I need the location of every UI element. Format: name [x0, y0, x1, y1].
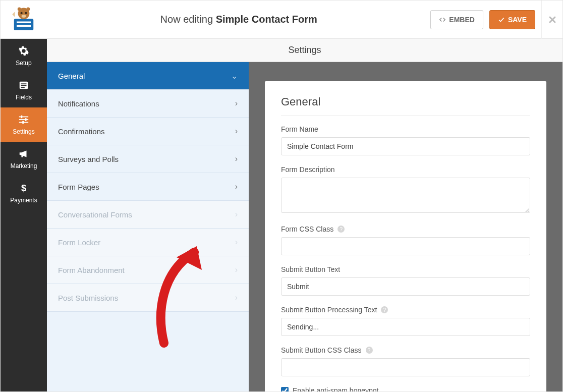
dollar-icon: $	[18, 183, 29, 194]
nav-label: Payments	[10, 197, 37, 204]
canvas: General Form Name Form Description	[249, 62, 562, 391]
field-honeypot: Enable anti-spam honeypot	[281, 386, 530, 391]
help-icon[interactable]: ?	[381, 306, 388, 313]
chevron-right-icon: ›	[235, 238, 238, 247]
settings-item-label: Conversational Forms	[58, 210, 132, 219]
chevron-right-icon: ›	[235, 293, 238, 302]
general-card: General Form Name Form Description	[265, 81, 546, 391]
svg-rect-12	[21, 87, 25, 88]
svg-rect-10	[21, 83, 27, 84]
svg-rect-13	[19, 117, 28, 118]
settings-item-form-pages[interactable]: Form Pages ›	[47, 173, 249, 201]
honeypot-checkbox[interactable]	[281, 387, 289, 392]
settings-item-surveys[interactable]: Surveys and Polls ›	[47, 145, 249, 173]
settings-item-confirmations[interactable]: Confirmations ›	[47, 118, 249, 145]
content-title: Settings	[288, 45, 321, 55]
field-form-description: Form Description	[281, 165, 530, 215]
chevron-right-icon: ›	[235, 265, 238, 274]
nav-item-fields[interactable]: Fields	[1, 73, 47, 107]
chevron-right-icon: ›	[235, 210, 238, 219]
settings-item-label: Surveys and Polls	[58, 155, 119, 163]
close-button[interactable]	[541, 1, 562, 39]
settings-item-label: Form Locker	[58, 238, 100, 247]
header-title: Now editing Simple Contact Form	[47, 14, 430, 25]
form-name-label: Form Name	[281, 125, 530, 133]
svg-point-8	[26, 7, 30, 11]
card-heading: General	[281, 95, 530, 108]
list-icon	[18, 80, 29, 91]
honeypot-label: Enable anti-spam honeypot	[293, 386, 378, 391]
svg-point-7	[18, 7, 21, 11]
svg-rect-0	[14, 19, 34, 30]
app-window: Now editing Simple Contact Form EMBED SA…	[0, 0, 563, 392]
chevron-right-icon: ›	[235, 99, 238, 108]
nav-label: Settings	[13, 128, 34, 135]
nav-label: Setup	[16, 60, 31, 67]
settings-item-abandonment[interactable]: Form Abandonment ›	[47, 256, 249, 284]
nav-item-marketing[interactable]: Marketing	[1, 142, 47, 176]
submit-css-label: Submit Button CSS Class	[281, 346, 362, 354]
help-icon[interactable]: ?	[366, 347, 373, 354]
svg-rect-14	[19, 119, 28, 120]
css-class-label: Form CSS Class	[281, 225, 333, 233]
field-submit-css: Submit Button CSS Class ?	[281, 346, 530, 376]
content-body: General ⌄ Notifications › Confirmations …	[47, 62, 562, 391]
svg-point-5	[25, 12, 27, 14]
settings-item-label: Notifications	[58, 99, 99, 108]
nav-item-payments[interactable]: $ Payments	[1, 176, 47, 210]
css-class-input[interactable]	[281, 237, 530, 255]
chevron-right-icon: ›	[235, 127, 238, 136]
settings-item-label: Form Abandonment	[58, 266, 125, 274]
submit-processing-input[interactable]	[281, 318, 530, 336]
svg-rect-18	[22, 121, 24, 124]
settings-item-conversational[interactable]: Conversational Forms ›	[47, 201, 249, 229]
form-desc-label: Form Description	[281, 165, 530, 174]
svg-rect-17	[25, 118, 27, 121]
form-title: Simple Contact Form	[216, 14, 317, 25]
embed-button[interactable]: EMBED	[430, 10, 483, 29]
settings-item-post-submissions[interactable]: Post Submissions ›	[47, 284, 249, 312]
nav-label: Marketing	[11, 162, 37, 170]
settings-item-label: General	[58, 72, 85, 80]
settings-item-notifications[interactable]: Notifications ›	[47, 90, 249, 118]
svg-rect-16	[21, 116, 23, 119]
body: Setup Fields Settings Marketing $ Paymen…	[1, 39, 562, 391]
nav-item-setup[interactable]: Setup	[1, 39, 47, 73]
settings-item-general[interactable]: General ⌄	[47, 62, 249, 90]
settings-panel: General ⌄ Notifications › Confirmations …	[47, 62, 249, 391]
chevron-right-icon: ›	[235, 154, 238, 163]
chevron-down-icon: ⌄	[231, 71, 238, 81]
close-icon	[547, 15, 557, 25]
check-icon	[498, 16, 505, 23]
settings-item-form-locker[interactable]: Form Locker ›	[47, 229, 249, 256]
form-desc-input[interactable]	[281, 178, 530, 213]
sliders-icon	[18, 114, 29, 125]
save-button[interactable]: SAVE	[489, 10, 535, 29]
save-button-label: SAVE	[508, 16, 527, 24]
nav-item-settings[interactable]: Settings	[1, 107, 47, 142]
svg-point-4	[21, 12, 23, 14]
form-name-input[interactable]	[281, 137, 530, 155]
settings-item-label: Confirmations	[58, 127, 105, 136]
editing-prefix: Now editing	[160, 14, 216, 25]
bullhorn-icon	[18, 148, 29, 159]
help-icon[interactable]: ?	[337, 226, 345, 233]
settings-item-label: Post Submissions	[58, 294, 118, 302]
embed-button-label: EMBED	[449, 16, 475, 24]
content-area: Settings General ⌄ Notifications › Confi…	[47, 39, 562, 391]
nav-label: Fields	[16, 94, 32, 101]
submit-text-input[interactable]	[281, 277, 530, 296]
submit-processing-label: Submit Button Processing Text	[281, 306, 377, 314]
svg-rect-1	[17, 21, 31, 23]
header-actions: EMBED SAVE	[430, 10, 541, 29]
chevron-right-icon: ›	[235, 182, 238, 191]
settings-item-label: Form Pages	[58, 183, 99, 191]
svg-point-6	[22, 15, 26, 18]
app-logo-icon	[10, 6, 38, 34]
primary-nav: Setup Fields Settings Marketing $ Paymen…	[1, 39, 47, 391]
submit-css-input[interactable]	[281, 358, 530, 376]
field-css-class: Form CSS Class ?	[281, 225, 530, 255]
svg-rect-11	[21, 85, 27, 86]
logo	[1, 1, 47, 39]
submit-text-label: Submit Button Text	[281, 265, 530, 273]
